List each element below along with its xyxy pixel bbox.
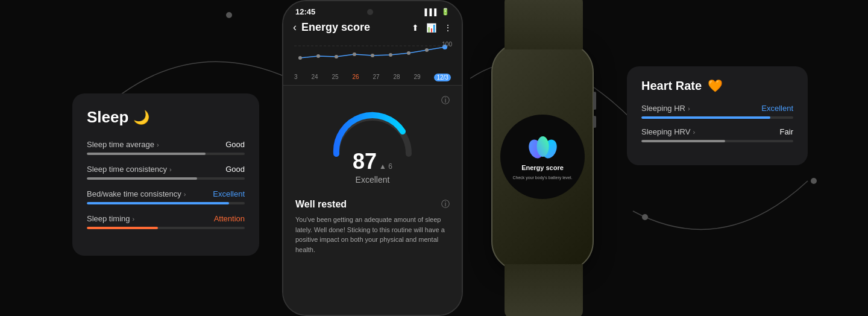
progress-bar-2 <box>87 177 245 180</box>
phone-notch-area: 12:45 ▌▌▌ 🔋 <box>283 1 462 16</box>
progress-fill-3 <box>87 202 229 204</box>
phone-status-icons: ▌▌▌ 🔋 <box>425 8 450 16</box>
well-rested-description: You've been getting an adequate amount o… <box>295 215 450 254</box>
watch-strap-top <box>505 0 583 49</box>
metric-row-4[interactable]: Sleep timing › Attention <box>87 214 245 229</box>
metric-label-3: Bed/wake time consistency › <box>87 189 186 198</box>
hr-metric-row-2[interactable]: Sleeping HRV › Fair <box>641 127 793 142</box>
signal-icon: ▌▌▌ <box>425 8 439 16</box>
phone-time: 12:45 <box>295 7 315 16</box>
watch-logo <box>526 133 559 160</box>
share-icon[interactable]: ⬆ <box>412 23 419 33</box>
progress-fill-4 <box>87 227 158 229</box>
svg-point-2 <box>642 214 648 220</box>
hr-metric-value-2: Fair <box>780 127 793 136</box>
date-28: 28 <box>393 74 400 81</box>
metric-label-4: Sleep timing › <box>87 214 134 223</box>
info-icon[interactable]: ⓘ <box>441 95 450 106</box>
hr-metric-label-2: Sleeping HRV › <box>641 127 695 136</box>
watch-container: Energy score Check your body's battery l… <box>482 30 603 283</box>
date-27: 27 <box>373 74 379 81</box>
metric-row-3[interactable]: Bed/wake time consistency › Excellent <box>87 189 245 204</box>
chart-dates: 3 24 25 26 27 28 29 12/3 <box>293 74 452 81</box>
metric-value-4: Attention <box>214 214 245 223</box>
svg-point-16 <box>536 136 549 157</box>
hr-metric-value-1: Excellent <box>761 104 793 113</box>
app-header: ‹ Energy score ⬆ 📊 ⋮ <box>283 16 462 39</box>
battery-icon: 🔋 <box>441 8 450 16</box>
metric-label-2: Sleep time consistency › <box>87 165 172 174</box>
date-25: 25 <box>332 74 338 81</box>
svg-point-11 <box>407 51 410 55</box>
metric-row-2[interactable]: Sleep time consistency › Good <box>87 165 245 180</box>
score-info-row: ⓘ <box>295 95 450 106</box>
score-label: Excellent <box>356 175 390 185</box>
more-icon[interactable]: ⋮ <box>444 23 452 33</box>
metric-value-1: Good <box>225 140 245 149</box>
watch-screen: Energy score Check your body's battery l… <box>500 115 585 199</box>
gauge-container: 87 ▲ 6 Excellent <box>295 109 450 185</box>
hr-progress-fill-1 <box>641 116 770 119</box>
chart-area: 100 3 24 25 26 27 <box>283 39 462 85</box>
svg-point-8 <box>353 52 356 56</box>
watch-energy-title: Energy score <box>521 164 564 171</box>
sleep-card: Sleep 🌙 Sleep time average › Good Sleep … <box>72 93 259 256</box>
info-icon-2[interactable]: ⓘ <box>441 199 450 210</box>
progress-bar-3 <box>87 202 245 204</box>
date-24: 24 <box>311 74 318 81</box>
date-26: 26 <box>352 74 359 81</box>
svg-point-12 <box>425 48 429 52</box>
svg-point-3 <box>811 178 817 184</box>
phone-camera <box>367 9 373 15</box>
heart-rate-card: Heart Rate 🧡 Sleeping HR › Excellent Sle… <box>627 66 808 165</box>
progress-bar-4 <box>87 227 245 229</box>
hr-title: Heart Rate <box>641 79 702 93</box>
svg-point-9 <box>371 54 374 57</box>
hr-metric-row-1[interactable]: Sleeping HR › Excellent <box>641 104 793 119</box>
back-button[interactable]: ‹ <box>293 21 297 34</box>
score-section: ⓘ 87 ▲ 6 Excellent <box>283 86 462 315</box>
progress-fill-1 <box>87 153 206 155</box>
date-3: 3 <box>294 74 298 81</box>
header-icons: ⬆ 📊 ⋮ <box>412 23 452 33</box>
watch-body: Energy score Check your body's battery l… <box>491 42 594 271</box>
chart-icon[interactable]: 📊 <box>426 23 436 33</box>
sleep-card-title: Sleep 🌙 <box>87 108 245 127</box>
hr-progress-bar-1 <box>641 116 793 119</box>
well-rested-title: Well rested <box>295 199 347 210</box>
svg-point-10 <box>389 53 392 57</box>
metric-value-3: Excellent <box>213 189 245 198</box>
svg-point-7 <box>335 55 338 58</box>
score-number: 87 <box>353 151 377 172</box>
chart-line: 100 <box>293 41 452 71</box>
metric-row-1[interactable]: Sleep time average › Good <box>87 140 245 155</box>
phone-mockup: 12:45 ▌▌▌ 🔋 ‹ Energy score ⬆ 📊 ⋮ 100 <box>282 0 463 316</box>
date-29: 29 <box>414 74 420 81</box>
chart-max-label: 100 <box>442 41 452 48</box>
date-active[interactable]: 12/3 <box>434 74 450 81</box>
app-title: Energy score <box>301 21 407 34</box>
heart-icon: 🧡 <box>708 78 723 93</box>
hr-metric-header-2: Sleeping HRV › Fair <box>641 127 793 136</box>
watch-strap-bottom <box>505 264 583 316</box>
svg-point-6 <box>316 54 320 58</box>
svg-point-1 <box>226 12 232 18</box>
watch-button-right-2[interactable] <box>593 116 596 128</box>
svg-point-5 <box>298 56 302 60</box>
hr-card-title: Heart Rate 🧡 <box>641 78 793 93</box>
progress-fill-2 <box>87 177 197 180</box>
moon-icon: 🌙 <box>133 110 149 125</box>
hr-metric-header-1: Sleeping HR › Excellent <box>641 104 793 113</box>
well-rested-section: Well rested ⓘ You've been getting an ade… <box>295 192 450 254</box>
progress-bar-1 <box>87 153 245 155</box>
sleep-title: Sleep <box>87 108 128 127</box>
well-rested-header: Well rested ⓘ <box>295 199 450 210</box>
score-delta: ▲ 6 <box>379 162 392 171</box>
watch-energy-desc: Check your body's battery level. <box>508 175 577 180</box>
metric-value-2: Good <box>225 165 245 174</box>
hr-progress-bar-2 <box>641 140 793 142</box>
metric-label-1: Sleep time average › <box>87 140 159 149</box>
hr-progress-fill-2 <box>641 140 725 142</box>
hr-metric-label-1: Sleeping HR › <box>641 104 690 113</box>
watch-button-right[interactable] <box>593 92 596 110</box>
